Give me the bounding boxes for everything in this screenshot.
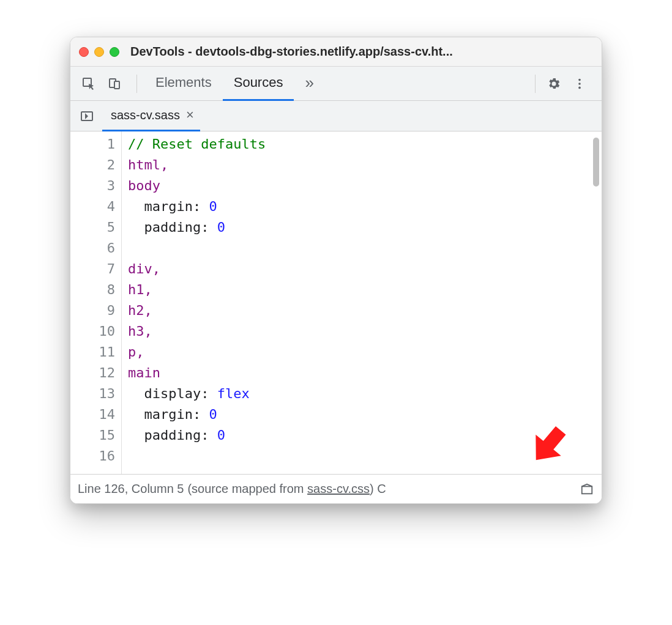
code-line[interactable]: body — [128, 176, 602, 196]
svg-rect-2 — [114, 81, 119, 89]
svg-rect-7 — [582, 486, 592, 494]
cursor-position: Line 126, Column 5 — [78, 482, 184, 496]
code-line[interactable]: h3, — [128, 321, 602, 342]
line-number: 11 — [70, 342, 115, 363]
line-number: 15 — [70, 425, 115, 446]
zoom-window-button[interactable] — [110, 47, 119, 57]
mapped-prefix: (source mapped from — [187, 482, 307, 495]
code-line[interactable] — [128, 238, 602, 259]
devtools-window: DevTools - devtools-dbg-stories.netlify.… — [70, 37, 602, 504]
settings-gear-icon[interactable] — [543, 73, 565, 95]
line-gutter: 12345678910111213141516 — [70, 131, 122, 474]
code-line[interactable]: padding: 0 — [128, 217, 602, 238]
line-number: 10 — [70, 321, 115, 342]
more-tabs-icon[interactable]: » — [294, 67, 324, 101]
close-tab-icon[interactable]: × — [186, 107, 194, 123]
code-line[interactable]: p, — [128, 342, 602, 363]
source-map-link[interactable]: sass-cv.css — [307, 482, 370, 495]
code-line[interactable]: margin: 0 — [128, 196, 602, 217]
line-number: 9 — [70, 300, 115, 321]
line-number: 5 — [70, 217, 115, 238]
svg-point-4 — [578, 83, 581, 85]
device-toggle-icon[interactable] — [103, 73, 125, 95]
file-tab-label: sass-cv.sass — [111, 108, 180, 122]
code-line[interactable]: padding: 0 — [128, 425, 602, 446]
code-line[interactable]: html, — [128, 155, 602, 176]
window-titlebar: DevTools - devtools-dbg-stories.netlify.… — [70, 37, 602, 67]
separator — [136, 75, 137, 93]
code-content[interactable]: // Reset defaultshtml,body margin: 0 pad… — [122, 131, 602, 474]
mapped-suffix: ) C — [370, 482, 386, 495]
navigator-toggle-icon[interactable] — [75, 105, 99, 128]
tab-elements[interactable]: Elements — [144, 67, 223, 101]
separator — [535, 75, 536, 93]
code-line[interactable]: display: flex — [128, 383, 602, 404]
source-map-info: (source mapped from sass-cv.css) C — [187, 482, 386, 496]
line-number: 12 — [70, 363, 115, 383]
code-line[interactable]: h1, — [128, 279, 602, 300]
status-bar: Line 126, Column 5 (source mapped from s… — [70, 474, 602, 503]
line-number: 6 — [70, 238, 115, 259]
code-line[interactable] — [128, 446, 602, 467]
svg-point-3 — [578, 78, 581, 81]
code-line[interactable]: h2, — [128, 300, 602, 321]
line-number: 3 — [70, 176, 115, 196]
line-number: 14 — [70, 404, 115, 425]
svg-point-5 — [578, 86, 581, 89]
file-tab-bar: sass-cv.sass × — [70, 101, 602, 131]
minimize-window-button[interactable] — [94, 47, 104, 57]
close-window-button[interactable] — [79, 47, 89, 57]
line-number: 8 — [70, 279, 115, 300]
line-number: 13 — [70, 383, 115, 404]
line-number: 7 — [70, 259, 115, 279]
code-line[interactable]: // Reset defaults — [128, 134, 602, 155]
line-number: 4 — [70, 196, 115, 217]
code-line[interactable]: main — [128, 363, 602, 383]
scrollbar-thumb[interactable] — [593, 138, 599, 187]
window-title: DevTools - devtools-dbg-stories.netlify.… — [130, 45, 593, 59]
code-line[interactable]: margin: 0 — [128, 404, 602, 425]
code-line[interactable]: div, — [128, 259, 602, 279]
main-toolbar: Elements Sources » — [70, 67, 602, 101]
code-editor[interactable]: 12345678910111213141516 // Reset default… — [70, 131, 602, 474]
inspect-element-icon[interactable] — [78, 73, 100, 95]
file-tab-sass-cv[interactable]: sass-cv.sass × — [102, 101, 200, 131]
kebab-menu-icon[interactable] — [569, 73, 591, 95]
line-number: 16 — [70, 446, 115, 467]
line-number: 2 — [70, 155, 115, 176]
traffic-lights — [79, 47, 119, 57]
tab-sources[interactable]: Sources — [223, 67, 294, 101]
line-number: 1 — [70, 134, 115, 155]
show-console-icon[interactable] — [578, 481, 595, 498]
